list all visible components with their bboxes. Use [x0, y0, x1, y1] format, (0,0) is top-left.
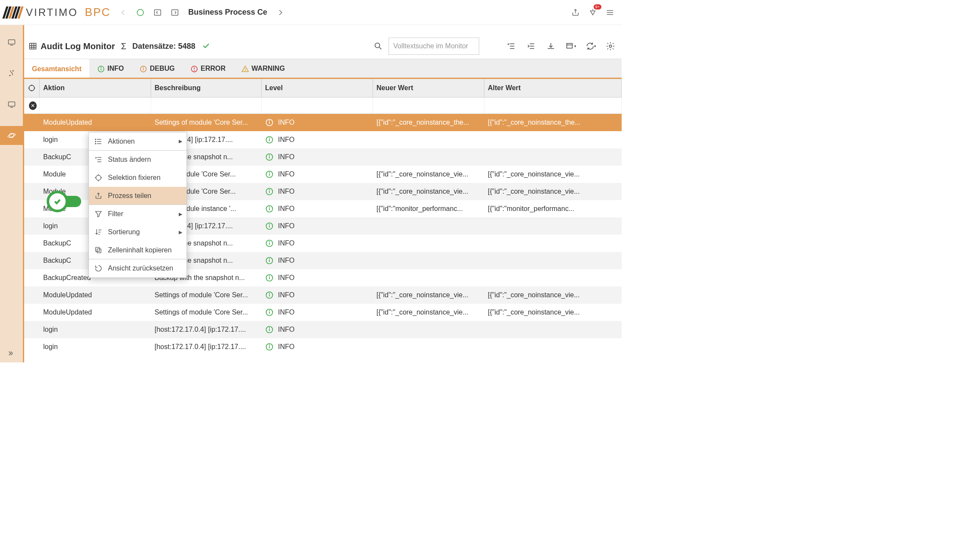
ctx-selektion-fixieren[interactable]: Selektion fixieren — [89, 169, 187, 187]
info-level-icon — [265, 222, 274, 230]
cell-alter-wert: [{"id":"_core_noinstance_vie... — [484, 291, 622, 299]
info-level-icon — [265, 239, 274, 248]
cell-neuer-wert: [{"id":"_core_noinstance_vie... — [373, 170, 484, 178]
table-row[interactable]: login [host:172.17.0.4] [ip:172.17.... I… — [24, 321, 622, 338]
info-level-icon — [265, 325, 274, 334]
svg-rect-15 — [30, 43, 36, 49]
svg-point-82 — [269, 310, 270, 311]
share-process-icon — [94, 192, 103, 200]
panel-right-icon[interactable] — [168, 5, 182, 20]
svg-point-49 — [269, 120, 270, 121]
info-level-icon — [265, 170, 274, 179]
svg-rect-109 — [95, 247, 99, 251]
filter-clear-button[interactable]: ✕ — [24, 98, 40, 113]
breadcrumb[interactable]: Business Process Ce — [188, 8, 267, 17]
cell-level: INFO — [262, 135, 373, 144]
undo-icon — [94, 264, 103, 273]
info-level-icon — [265, 343, 274, 351]
table-row[interactable]: ModuleUpdated Settings of module 'Core S… — [24, 304, 622, 321]
status-change-icon — [94, 155, 103, 164]
tab-gesamtansicht[interactable]: Gesamtansicht — [24, 59, 89, 78]
hamburger-menu-icon[interactable] — [603, 5, 617, 20]
filter-neuer[interactable] — [373, 98, 484, 113]
share-icon[interactable] — [568, 5, 583, 20]
col-header-beschreibung[interactable]: Beschreibung — [151, 79, 262, 97]
nav-back-icon[interactable] — [116, 5, 130, 20]
info-level-icon — [265, 153, 274, 161]
table-row[interactable]: ModuleUpdated Settings of module 'Core S… — [24, 114, 622, 131]
cell-level: INFO — [262, 204, 373, 213]
gear-icon[interactable] — [604, 39, 617, 53]
svg-point-20 — [375, 43, 380, 48]
svg-point-36 — [143, 67, 144, 67]
filter-alter[interactable] — [484, 98, 622, 113]
ctx-status-aendern[interactable]: Status ändern — [89, 151, 187, 169]
tab-error[interactable]: ERROR — [183, 59, 234, 78]
sidebar-expand-icon[interactable] — [6, 349, 15, 359]
info-level-icon — [265, 308, 274, 317]
col-header-aktion[interactable]: Aktion — [40, 79, 151, 97]
search-icon[interactable] — [371, 39, 385, 53]
col-header-alter-wert[interactable]: Alter Wert — [484, 79, 622, 97]
svg-point-94 — [95, 143, 96, 144]
refresh-dropdown-icon[interactable]: ▾ — [584, 39, 597, 53]
filter-level[interactable] — [262, 98, 373, 113]
svg-rect-2 — [172, 9, 178, 15]
svg-rect-11 — [8, 102, 15, 106]
table-row[interactable]: login [host:172.17.0.4] [ip:172.17.... I… — [24, 338, 622, 356]
cell-neuer-wert: [{"id":"_core_noinstance_vie... — [373, 291, 484, 299]
indent-icon[interactable] — [524, 39, 538, 53]
sigma-icon: Σ — [121, 41, 126, 51]
svg-point-9 — [9, 75, 10, 76]
notifications-icon[interactable] — [585, 5, 600, 20]
table-row[interactable]: ModuleUpdated Settings of module 'Core S… — [24, 286, 622, 304]
filter-beschreibung[interactable] — [151, 98, 262, 113]
search-input[interactable] — [389, 38, 479, 55]
tab-warning[interactable]: WARNING — [234, 59, 293, 78]
download-icon[interactable] — [544, 39, 558, 53]
ctx-zellen-kopieren[interactable]: Zelleninhalt kopieren — [89, 241, 187, 259]
cell-neuer-wert: [{"id":"_core_noinstance_vie... — [373, 308, 484, 316]
ctx-filter[interactable]: Filter▶ — [89, 205, 187, 223]
status-circle-icon[interactable] — [133, 5, 148, 20]
cell-neuer-wert: [{"id":"monitor_performanc... — [373, 205, 484, 213]
breadcrumb-next-icon[interactable] — [273, 5, 288, 20]
panel-left-icon[interactable] — [150, 5, 165, 20]
cell-aktion: ModuleUpdated — [40, 308, 151, 316]
status-ok-icon — [202, 41, 210, 51]
svg-rect-28 — [566, 44, 572, 48]
sidebar-item-activity[interactable] — [0, 64, 23, 83]
svg-point-98 — [96, 175, 101, 180]
ctx-ansicht-reset[interactable]: Ansicht zurücksetzen — [89, 259, 187, 277]
tab-info[interactable]: INFO — [89, 59, 132, 78]
sidebar — [0, 25, 24, 362]
svg-point-42 — [29, 85, 35, 91]
col-header-select[interactable] — [24, 79, 40, 97]
svg-point-73 — [269, 258, 270, 259]
sidebar-item-monitor-1[interactable] — [0, 33, 23, 52]
col-header-level[interactable]: Level — [262, 79, 373, 97]
ctx-sortierung[interactable]: Sortierung▶ — [89, 223, 187, 241]
ctx-prozess-teilen[interactable]: Prozess teilen — [89, 187, 187, 205]
cell-level: INFO — [262, 170, 373, 179]
window-dropdown-icon[interactable]: ▾ — [564, 39, 578, 53]
col-header-neuer-wert[interactable]: Neuer Wert — [373, 79, 484, 97]
filter-aktion[interactable] — [40, 98, 151, 113]
page-title: Audit Log Monitor — [28, 41, 115, 51]
svg-point-39 — [194, 70, 194, 71]
list-check-icon[interactable] — [504, 39, 518, 53]
sidebar-item-planet[interactable] — [0, 126, 23, 145]
ctx-aktionen[interactable]: Aktionen▶ — [89, 132, 187, 151]
cell-aktion: login — [40, 343, 151, 351]
cell-beschreibung: Settings of module 'Core Ser... — [151, 308, 262, 316]
tab-debug[interactable]: DEBUG — [132, 59, 183, 78]
sidebar-item-monitor-2[interactable] — [0, 95, 23, 114]
logo-stripes-icon — [4, 6, 22, 19]
actions-icon — [94, 137, 103, 146]
cell-aktion: ModuleUpdated — [40, 119, 151, 126]
context-menu: Aktionen▶ Status ändern Selektion fixier… — [89, 132, 187, 278]
debug-icon — [139, 65, 147, 72]
svg-point-79 — [269, 293, 270, 293]
cell-aktion: ModuleUpdated — [40, 291, 151, 299]
cell-beschreibung: Settings of module 'Core Ser... — [151, 119, 262, 126]
